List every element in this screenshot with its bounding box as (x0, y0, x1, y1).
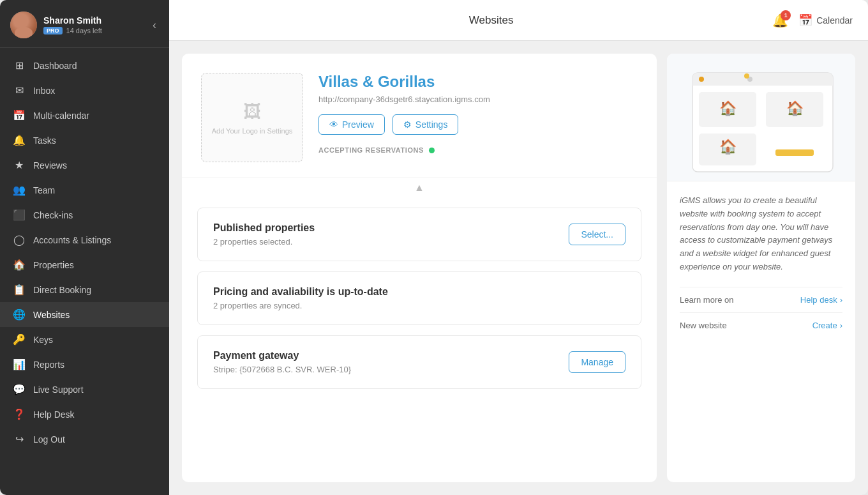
svg-text:🏠: 🏠 (719, 100, 737, 117)
info-card-pricing-availability: Pricing and avaliability is up-to-date 2… (197, 271, 641, 325)
topbar-title: Websites (469, 14, 514, 27)
published-properties-title: Published properties (213, 222, 315, 234)
nav-icon-properties: 🏠 (13, 259, 26, 271)
status-dot (429, 148, 435, 153)
website-url: http://company-36dsgetr6.staycation.igms… (318, 95, 638, 104)
nav-icon-accounts-listings: ◯ (13, 234, 26, 246)
website-info: Villas & Gorillas http://company-36dsget… (318, 73, 638, 154)
sidebar-item-live-support[interactable]: 💬 Live Support (0, 377, 169, 402)
nav-icon-team: 👥 (13, 184, 26, 196)
settings-label: Settings (415, 119, 448, 130)
side-description: iGMS allows you to create a beautiful we… (680, 194, 842, 274)
published-properties-subtitle: 2 properties selected. (213, 237, 315, 247)
svg-rect-2 (692, 80, 833, 86)
calendar-button[interactable]: 📅 Calendar (798, 13, 853, 27)
help-desk-link[interactable]: Help desk › (800, 295, 842, 305)
nav-label-properties: Properties (33, 260, 74, 270)
payment-gateway-text: Payment gateway Stripe: {5072668 B.C. SV… (213, 350, 351, 374)
logo-placeholder-text: Add Your Logo in Settings (207, 127, 298, 135)
nav-label-multi-calendar: Multi-calendar (33, 110, 89, 121)
preview-label: Preview (342, 119, 374, 130)
sidebar-item-multi-calendar[interactable]: 📅 Multi-calendar (0, 103, 169, 128)
nav-label-inbox: Inbox (33, 86, 55, 96)
notification-badge: 1 (781, 10, 791, 20)
sidebar-item-check-ins[interactable]: ⬛ Check-ins (0, 202, 169, 227)
logo-placeholder-icon: 🖼 (243, 101, 261, 122)
info-cards: Published properties 2 properties select… (182, 195, 657, 402)
preview-button[interactable]: 👁 Preview (318, 114, 385, 135)
preview-icon: 👁 (329, 119, 338, 130)
svg-point-12 (744, 73, 749, 79)
nav-icon-multi-calendar: 📅 (13, 109, 26, 121)
pricing-availability-subtitle: 2 properties are synced. (213, 301, 388, 310)
published-properties-action-button[interactable]: Select... (569, 224, 625, 245)
nav-icon-help-desk: ❓ (13, 408, 26, 420)
sidebar-item-inbox[interactable]: ✉ Inbox (0, 78, 169, 103)
nav-icon-websites: 🌐 (13, 308, 26, 321)
published-properties-text: Published properties 2 properties select… (213, 222, 315, 247)
topbar-right: 🔔 1 📅 Calendar (772, 13, 853, 28)
nav-label-check-ins: Check-ins (33, 210, 73, 220)
payment-gateway-title: Payment gateway (213, 350, 351, 362)
help-desk-label: Help desk (800, 295, 837, 305)
main-panel: 🖼 Add Your Logo in Settings Villas & Gor… (182, 54, 657, 482)
nav-icon-direct-booking: 📋 (13, 284, 26, 296)
sidebar-item-dashboard[interactable]: ⊞ Dashboard (0, 53, 169, 78)
illus-container: 🏠 🏠 🏠 (680, 66, 842, 168)
side-panel-body: iGMS allows you to create a beautiful we… (667, 181, 855, 482)
notification-button[interactable]: 🔔 1 (772, 13, 788, 28)
nav-icon-check-ins: ⬛ (13, 209, 26, 221)
sidebar-item-direct-booking[interactable]: 📋 Direct Booking (0, 277, 169, 302)
nav-icon-reports: 📊 (13, 358, 26, 370)
side-illustration: 🏠 🏠 🏠 (667, 54, 855, 181)
pricing-availability-title: Pricing and avaliability is up-to-date (213, 286, 388, 298)
svg-point-3 (699, 77, 704, 82)
learn-more-row: Learn more on Help desk › (680, 287, 842, 305)
nav-label-tasks: Tasks (33, 135, 56, 146)
settings-button[interactable]: ⚙ Settings (393, 114, 459, 135)
nav-label-direct-booking: Direct Booking (33, 285, 91, 295)
sidebar-item-reports[interactable]: 📊 Reports (0, 352, 169, 377)
pro-badge: PRO (43, 27, 63, 34)
chevron-right-icon-2: › (840, 321, 842, 330)
new-website-row: New website Create › (680, 312, 842, 330)
sidebar-item-log-out[interactable]: ↪ Log Out (0, 427, 169, 452)
website-card: 🖼 Add Your Logo in Settings Villas & Gor… (182, 54, 657, 178)
payment-gateway-action-button[interactable]: Manage (569, 351, 625, 373)
nav-label-keys: Keys (33, 335, 53, 345)
topbar: Websites 🔔 1 📅 Calendar (169, 0, 868, 41)
nav-icon-live-support: 💬 (13, 383, 26, 395)
sidebar-item-help-desk[interactable]: ❓ Help Desk (0, 402, 169, 427)
sidebar-header: Sharon Smith PRO 14 days left ‹ (0, 0, 169, 48)
sidebar-item-properties[interactable]: 🏠 Properties (0, 252, 169, 277)
content-area: 🖼 Add Your Logo in Settings Villas & Gor… (169, 41, 868, 495)
nav-label-reports: Reports (33, 360, 64, 370)
avatar (10, 11, 37, 38)
sidebar-item-reviews[interactable]: ★ Reviews (0, 153, 169, 178)
nav-label-reviews: Reviews (33, 160, 67, 171)
website-name: Villas & Gorillas (318, 73, 638, 91)
create-link[interactable]: Create › (812, 321, 842, 330)
info-card-payment-gateway: Payment gateway Stripe: {5072668 B.C. SV… (197, 335, 641, 389)
nav-icon-reviews: ★ (13, 159, 26, 171)
main-area: Websites 🔔 1 📅 Calendar 🖼 Add Your Logo … (169, 0, 868, 495)
user-info: Sharon Smith PRO 14 days left (43, 15, 102, 34)
user-badge-row: PRO 14 days left (43, 27, 102, 34)
sidebar-item-websites[interactable]: 🌐 Websites (0, 302, 169, 327)
calendar-label: Calendar (816, 15, 853, 26)
sidebar-item-team[interactable]: 👥 Team (0, 178, 169, 202)
new-website-label: New website (680, 321, 727, 330)
collapse-button[interactable]: ‹ (150, 16, 159, 34)
settings-icon: ⚙ (403, 119, 412, 130)
sidebar-item-keys[interactable]: 🔑 Keys (0, 327, 169, 352)
nav-label-help-desk: Help Desk (33, 409, 75, 420)
calendar-icon: 📅 (798, 13, 812, 27)
sidebar-user: Sharon Smith PRO 14 days left (10, 11, 102, 38)
nav-label-websites: Websites (33, 310, 70, 320)
sidebar-item-accounts-listings[interactable]: ◯ Accounts & Listings (0, 227, 169, 252)
chevron-up[interactable]: ▲ (182, 178, 657, 195)
nav-icon-dashboard: ⊞ (13, 59, 26, 72)
sidebar-item-tasks[interactable]: 🔔 Tasks (0, 128, 169, 153)
nav-icon-inbox: ✉ (13, 84, 26, 96)
nav-label-team: Team (33, 185, 55, 195)
